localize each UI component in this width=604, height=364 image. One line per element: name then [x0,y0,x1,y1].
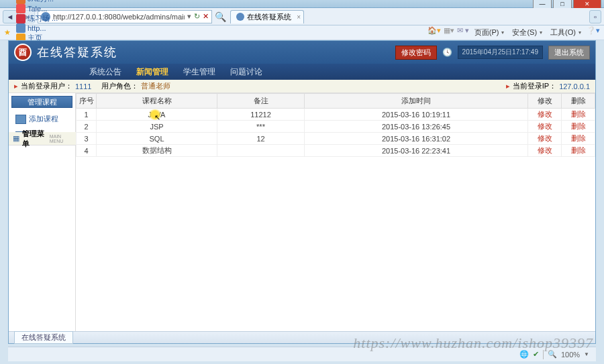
ip-label: 当前登录IP： [513,81,556,91]
menu-icon: ▦ [13,134,19,143]
nav-item[interactable]: 新闻管理 [136,66,168,78]
bookmark-favicon [16,0,26,4]
cell-remark [217,145,305,157]
table-row: 4数据结构2015-03-16 22:23:41修改删除 [77,145,595,157]
folder-icon [15,115,26,124]
refresh-icon[interactable]: ↻ [194,12,200,21]
app-header: 酉 在线答疑系统 修改密码 🕓 2015年04月25日17:17:49 退出系统 [9,41,595,64]
cell-seq: 2 [77,121,97,133]
stop-icon[interactable]: ✕ [203,12,209,21]
cell-name: SQL [97,133,217,145]
search-icon[interactable]: 🔍 [215,11,226,22]
delete-link[interactable]: 删除 [571,122,586,130]
col-del: 删除 [562,94,595,109]
zoom-dropdown-icon[interactable]: ▼ [584,351,589,357]
delete-link[interactable]: 删除 [571,110,586,118]
cell-seq: 4 [77,145,97,157]
bullet-icon: ▸ [14,82,18,90]
nav-item[interactable]: 系统公告 [89,66,121,78]
browser-statusbar: 🌐 ✔ 🔍 100% ▼ [8,347,596,361]
footer-tab[interactable]: 在线答疑系统 [14,331,73,344]
cell-seq: 1 [77,109,97,121]
edit-link[interactable]: 修改 [538,134,552,142]
new-tab-button[interactable]: ▫ [589,10,601,23]
table-row: 2JSP***2015-03-16 13:26:45修改删除 [77,121,595,133]
sidebar-header: ▦ 管理菜单 MAIN MENU [9,132,76,145]
sidebar-section[interactable]: 管理课程 [11,96,72,108]
app-title: 在线答疑系统 [37,44,117,60]
browser-tab[interactable]: 在线答疑系统 × [230,10,304,23]
edit-link[interactable]: 修改 [538,146,552,154]
delete-link[interactable]: 删除 [571,134,586,142]
sidebar: ▦ 管理菜单 MAIN MENU 管理课程 添加课程管理课程 [9,93,76,331]
cursor-highlight [148,109,162,120]
mail-icon[interactable]: ✉ ▾ [457,26,469,39]
browser-toolbar: ◄ ► ▾ ↻ ✕ 🔍 在线答疑系统 × ▫ [0,8,604,25]
cell-del[interactable]: 删除 [562,145,595,157]
sidebar-item-add-course[interactable]: 添加课程 [9,111,75,127]
cell-del[interactable]: 删除 [562,133,595,145]
menu-safety[interactable]: 安全(S) [509,26,545,39]
cell-time: 2015-03-16 10:19:11 [305,109,528,121]
app-footer: 在线答疑系统 [9,331,595,343]
edit-link[interactable]: 修改 [538,110,552,118]
bookmarks-bar: ★ 自浅入深...JXL方...Tale...练习场 ...http...主页J… [0,25,604,40]
clock-icon: 🕓 [442,48,452,57]
window-titlebar: — □ ✕ [0,0,604,8]
cell-remark: *** [217,121,305,133]
bookmark-favicon [16,14,26,23]
cell-del[interactable]: 删除 [562,121,595,133]
nav-item[interactable]: 学生管理 [183,66,215,78]
cell-edit[interactable]: 修改 [528,145,562,157]
change-password-button[interactable]: 修改密码 [395,46,437,60]
nav-back-button[interactable]: ◄ [3,10,17,23]
cell-edit[interactable]: 修改 [528,121,562,133]
sidebar-subtitle: MAIN MENU [50,134,72,143]
bookmark-item[interactable]: Tale... [16,4,63,13]
tab-title: 在线答疑系统 [247,12,291,22]
menu-tools[interactable]: 工具(O) [548,26,584,39]
bookmark-item[interactable]: http... [16,23,63,33]
user-label: 当前登录用户： [21,81,72,91]
bookmark-item[interactable]: 练习场 ... [16,13,63,23]
internet-zone-icon: 🌐 [519,350,529,359]
bookmark-label: 练习场 ... [28,13,58,23]
zoom-icon[interactable]: 🔍 [548,350,557,359]
cell-edit[interactable]: 修改 [528,109,562,121]
delete-link[interactable]: 删除 [571,146,586,154]
app-logo: 酉 [14,44,32,61]
nav-item[interactable]: 问题讨论 [230,66,262,78]
bookmark-label: http... [28,24,46,32]
menu-page[interactable]: 页面(P) [472,26,507,39]
feeds-icon[interactable]: ▦▾ [444,26,454,39]
col-seq: 序号 [77,94,97,109]
bookmark-label: JXL方... [28,0,54,4]
help-icon[interactable]: ❔▾ [587,26,600,39]
home-icon[interactable]: 🏠▾ [427,26,441,39]
dropdown-icon[interactable]: ▾ [187,12,191,21]
logout-button[interactable]: 退出系统 [548,46,590,60]
content-area: 序号 课程名称 备注 添加时间 修改 删除 1JAVA↖112122015-03… [76,93,595,331]
address-bar[interactable]: ▾ ↻ ✕ [38,10,212,23]
cell-remark: 12 [217,133,305,145]
table-row: 1JAVA↖112122015-03-16 10:19:11修改删除 [77,109,595,121]
col-name: 课程名称 [97,94,217,109]
cell-time: 2015-03-16 22:23:41 [305,145,528,157]
bookmark-favicon [16,23,26,33]
cell-remark: 11212 [217,109,305,121]
course-table: 序号 课程名称 备注 添加时间 修改 删除 1JAVA↖112122015-03… [76,93,595,157]
url-input[interactable] [53,13,185,21]
sidebar-item-label: 添加课程 [29,114,58,124]
tab-close-icon[interactable]: × [297,13,301,21]
cell-name: JSP [97,121,217,133]
zoom-value: 100% [561,351,580,359]
edit-link[interactable]: 修改 [538,122,552,130]
bullet-icon: ▸ [506,82,510,90]
bookmark-label: Tale... [28,5,47,13]
ip-value: 127.0.0.1 [559,82,590,90]
cell-name: JAVA↖ [97,109,217,121]
cell-edit[interactable]: 修改 [528,133,562,145]
favorites-icon[interactable]: ★ [4,28,11,37]
cell-del[interactable]: 删除 [562,109,595,121]
app-frame: 酉 在线答疑系统 修改密码 🕓 2015年04月25日17:17:49 退出系统… [8,40,596,344]
